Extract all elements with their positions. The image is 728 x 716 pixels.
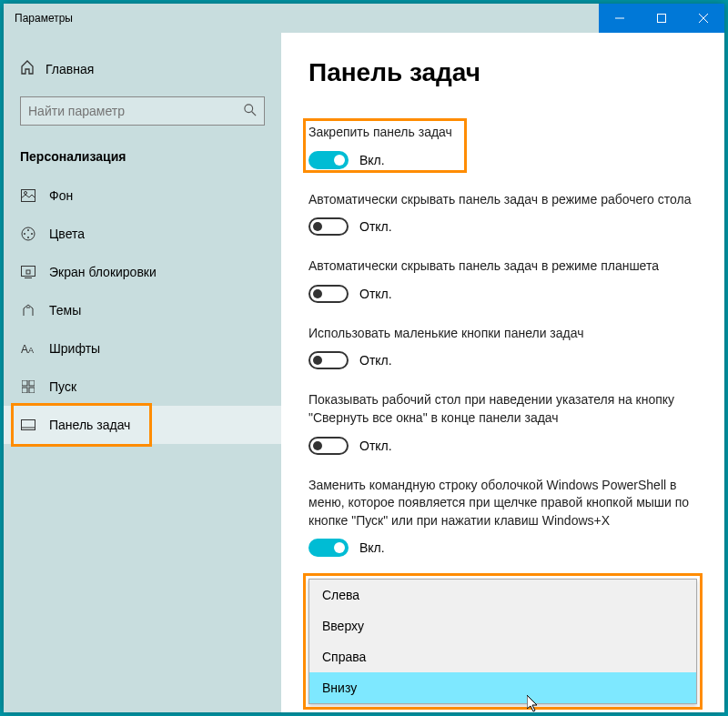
search-box[interactable] (20, 96, 265, 126)
theme-icon (20, 303, 36, 318)
sidebar-item-label: Шрифты (49, 341, 100, 356)
toggle-row: Откл. (308, 217, 697, 236)
setting-peek-desktop: Показывать рабочий стол при наведении ук… (308, 391, 697, 454)
dropdown-option-left[interactable]: Слева (309, 580, 696, 610)
setting-label: Автоматически скрывать панель задач в ре… (308, 257, 697, 276)
svg-text:A: A (28, 346, 34, 355)
sidebar-item-colors[interactable]: Цвета (4, 215, 281, 253)
sidebar-item-fonts[interactable]: AA Шрифты (4, 329, 281, 368)
toggle-peek-desktop[interactable] (308, 437, 349, 455)
sidebar-item-label: Пуск (49, 379, 76, 394)
taskbar-position-dropdown[interactable]: Слева Вверху Справа Внизу (308, 579, 697, 704)
setting-label: Автоматически скрывать панель задач в ре… (308, 191, 697, 209)
window-controls (599, 4, 724, 33)
svg-point-11 (24, 233, 25, 235)
svg-rect-1 (658, 15, 666, 23)
toggle-knob (334, 155, 345, 166)
minimize-button[interactable] (599, 4, 641, 33)
sidebar-item-label: Панель задач (49, 418, 130, 432)
setting-label: Заменить командную строку оболочкой Wind… (308, 477, 697, 530)
toggle-state-label: Вкл. (359, 153, 385, 167)
font-icon: AA (20, 342, 36, 355)
svg-rect-18 (22, 380, 27, 386)
taskbar-icon (20, 419, 36, 430)
palette-icon (20, 227, 36, 241)
sidebar-item-label: Цвета (49, 227, 85, 241)
toggle-row: Откл. (308, 351, 697, 369)
page-title: Панель задач (308, 58, 697, 87)
svg-point-10 (31, 233, 33, 235)
lock-screen-icon (20, 266, 36, 278)
sidebar-home-label: Главная (46, 62, 94, 76)
setting-label: Использовать маленькие кнопки панели зад… (308, 325, 697, 343)
settings-window: Параметры Главная (4, 4, 724, 712)
svg-line-5 (252, 111, 256, 115)
toggle-state-label: Откл. (359, 439, 392, 453)
sidebar-item-label: Экран блокировки (49, 265, 157, 279)
toggle-small-buttons[interactable] (308, 351, 349, 369)
svg-text:A: A (21, 343, 28, 355)
sidebar-item-lockscreen[interactable]: Экран блокировки (4, 253, 281, 291)
setting-powershell: Заменить командную строку оболочкой Wind… (308, 477, 697, 558)
search-icon (244, 104, 257, 119)
svg-rect-13 (22, 267, 35, 277)
dropdown-option-bottom[interactable]: Внизу (309, 672, 696, 703)
toggle-row: Откл. (308, 285, 697, 303)
maximize-button[interactable] (641, 4, 682, 33)
toggle-knob (313, 289, 322, 298)
sidebar-item-start[interactable]: Пуск (4, 368, 281, 406)
sidebar-item-background[interactable]: Фон (4, 176, 281, 215)
toggle-row: Вкл. (308, 151, 697, 169)
setting-small-buttons: Использовать маленькие кнопки панели зад… (308, 325, 697, 370)
start-icon (20, 380, 36, 393)
taskbar-position-dropdown-container: Слева Вверху Справа Внизу (308, 579, 697, 704)
svg-rect-20 (22, 388, 27, 393)
setting-label: Закрепить панель задач (308, 124, 697, 142)
content-area: Панель задач Закрепить панель задач Вкл.… (281, 33, 724, 712)
setting-label: Показывать рабочий стол при наведении ук… (308, 391, 697, 427)
window-body: Главная Персонализация Фон (4, 33, 724, 712)
home-icon (20, 60, 35, 78)
toggle-state-label: Откл. (359, 287, 392, 301)
sidebar-item-themes[interactable]: Темы (4, 291, 281, 329)
sidebar-item-label: Фон (49, 188, 73, 203)
toggle-autohide-desktop[interactable] (308, 217, 349, 236)
toggle-row: Откл. (308, 437, 697, 455)
dropdown-option-right[interactable]: Справа (309, 641, 696, 672)
sidebar-item-taskbar[interactable]: Панель задач (4, 406, 281, 444)
toggle-knob (313, 356, 322, 365)
toggle-state-label: Откл. (359, 219, 392, 234)
setting-autohide-tablet: Автоматически скрывать панель задач в ре… (308, 257, 697, 303)
window-title: Параметры (4, 12, 73, 25)
toggle-knob (334, 542, 345, 553)
sidebar-item-label: Темы (49, 303, 81, 318)
toggle-powershell[interactable] (308, 539, 349, 557)
svg-rect-22 (22, 420, 35, 430)
svg-point-7 (25, 192, 27, 195)
toggle-state-label: Вкл. (359, 540, 385, 555)
sidebar-home[interactable]: Главная (4, 51, 281, 89)
svg-point-12 (27, 237, 29, 238)
picture-icon (20, 189, 36, 202)
svg-rect-19 (29, 380, 35, 386)
svg-rect-15 (26, 270, 30, 274)
toggle-state-label: Откл. (359, 353, 392, 368)
sidebar: Главная Персонализация Фон (4, 33, 281, 712)
svg-point-4 (245, 104, 253, 112)
setting-autohide-desktop: Автоматически скрывать панель задач в ре… (308, 191, 697, 237)
svg-rect-14 (25, 277, 32, 278)
close-button[interactable] (682, 4, 724, 33)
sidebar-section-title: Персонализация (4, 142, 281, 176)
svg-rect-21 (29, 388, 35, 393)
toggle-knob (313, 441, 322, 450)
svg-point-9 (27, 229, 29, 231)
titlebar: Параметры (4, 4, 724, 33)
dropdown-option-top[interactable]: Вверху (309, 610, 696, 641)
search-input[interactable] (28, 104, 244, 118)
toggle-knob (313, 222, 322, 231)
toggle-row: Вкл. (308, 539, 697, 557)
toggle-lock-taskbar[interactable] (308, 151, 349, 169)
setting-lock-taskbar: Закрепить панель задач Вкл. (308, 124, 697, 169)
toggle-autohide-tablet[interactable] (308, 285, 349, 303)
